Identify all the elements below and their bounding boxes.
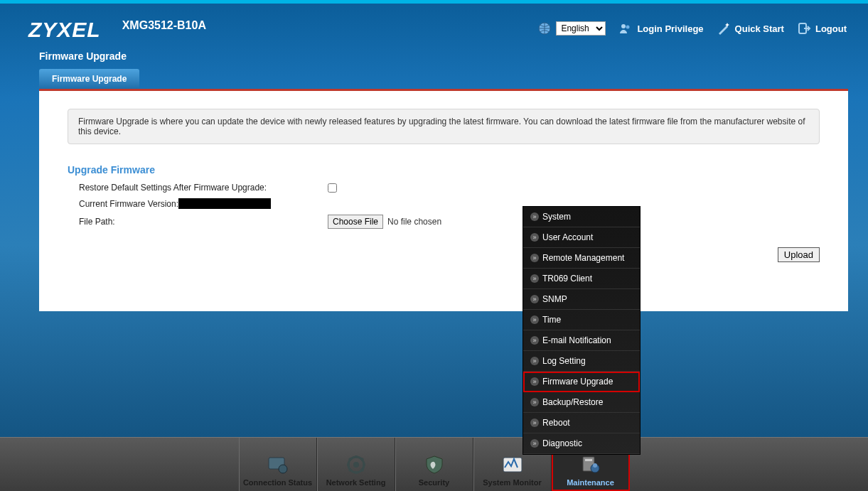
nav-label: Network Setting [326, 478, 386, 487]
nav-label: Maintenance [567, 478, 614, 487]
restore-defaults-label: Restore Default Settings After Firmware … [79, 183, 328, 193]
tab-firmware-upgrade[interactable]: Firmware Upgrade [39, 69, 139, 89]
globe-icon [537, 21, 552, 36]
maintenance-flyout: »System»User Account»Remote Management»T… [523, 206, 641, 455]
chevron-right-icon: » [530, 377, 539, 386]
nav-connection-status[interactable]: Connection Status [239, 438, 317, 491]
users-icon [618, 21, 633, 36]
logout-icon [797, 21, 811, 36]
flyout-item-label: System [542, 212, 571, 222]
flyout-item-label: Firmware Upgrade [542, 377, 613, 387]
chevron-right-icon: » [530, 357, 539, 365]
nav-label: System Monitor [483, 478, 542, 487]
flyout-item-log-setting[interactable]: »Log Setting [523, 351, 640, 372]
firmware-version-label: Current Firmware Version: [79, 199, 178, 209]
bottom-nav: Connection StatusNetwork SettingSecurity… [0, 437, 868, 491]
flyout-item-backup-restore[interactable]: »Backup/Restore [523, 392, 640, 413]
svg-point-1 [621, 24, 626, 28]
flyout-item-remote-management[interactable]: »Remote Management [523, 248, 640, 269]
restore-defaults-checkbox[interactable] [328, 183, 337, 193]
chevron-right-icon: » [530, 336, 539, 345]
svg-point-2 [626, 26, 630, 29]
choose-file-button[interactable]: Choose File [328, 215, 383, 229]
svg-point-12 [593, 463, 597, 468]
chevron-right-icon: » [530, 212, 539, 221]
flyout-item-e-mail-notification[interactable]: »E-mail Notification [523, 330, 640, 351]
chevron-right-icon: » [530, 274, 539, 283]
flyout-item-label: E-mail Notification [542, 335, 611, 345]
flyout-item-label: User Account [542, 232, 593, 242]
chevron-right-icon: » [530, 233, 539, 242]
flyout-item-label: Backup/Restore [542, 397, 603, 407]
section-title: Upgrade Firmware [68, 164, 820, 176]
flyout-item-label: Diagnostic [542, 438, 582, 448]
file-chosen-text: No file chosen [387, 217, 441, 227]
system-monitor-icon [500, 454, 525, 475]
flyout-item-system[interactable]: »System [523, 207, 640, 227]
chevron-right-icon: » [530, 439, 539, 448]
flyout-item-tr069-client[interactable]: »TR069 Client [523, 269, 640, 289]
flyout-item-label: TR069 Client [542, 274, 592, 284]
flyout-item-label: Log Setting [542, 356, 586, 366]
page-title: Firmware Upgrade [39, 50, 868, 62]
logout-link[interactable]: Logout [797, 21, 847, 36]
language-picker[interactable]: English [537, 21, 606, 36]
connection-status-icon [266, 454, 290, 475]
flyout-item-user-account[interactable]: »User Account [523, 227, 640, 248]
flyout-item-snmp[interactable]: »SNMP [523, 289, 640, 310]
chevron-right-icon: » [530, 315, 539, 324]
flyout-item-label: Time [542, 315, 561, 325]
upload-button[interactable]: Upload [778, 247, 820, 262]
flyout-item-reboot[interactable]: »Reboot [523, 413, 640, 433]
nav-security[interactable]: Security [395, 438, 473, 491]
quick-start-label: Quick Start [735, 23, 784, 34]
file-path-label: File Path: [79, 217, 328, 227]
firmware-version-value [178, 198, 271, 209]
flyout-item-label: Remote Management [542, 253, 624, 263]
info-box: Firmware Upgrade is where you can update… [68, 109, 820, 144]
svg-point-7 [353, 462, 359, 468]
flyout-item-label: SNMP [542, 294, 567, 304]
flyout-item-label: Reboot [542, 418, 570, 428]
svg-rect-10 [585, 459, 592, 461]
nav-label: Connection Status [243, 478, 312, 487]
login-privilege-label: Login Privilege [637, 23, 703, 34]
chevron-right-icon: » [530, 254, 539, 262]
chevron-right-icon: » [530, 398, 539, 406]
nav-label: Security [419, 478, 449, 487]
content-panel: Firmware Upgrade is where you can update… [39, 91, 848, 311]
chevron-right-icon: » [530, 295, 539, 303]
maintenance-icon [579, 454, 603, 475]
chevron-right-icon: » [530, 419, 539, 427]
brand-logo: ZYXEL [28, 18, 101, 42]
flyout-item-firmware-upgrade[interactable]: »Firmware Upgrade [523, 372, 640, 392]
network-setting-icon [344, 454, 368, 475]
model-label: XMG3512-B10A [122, 19, 206, 32]
flyout-item-diagnostic[interactable]: »Diagnostic [523, 433, 640, 454]
nav-network-setting[interactable]: Network Setting [317, 438, 395, 491]
security-icon [422, 454, 446, 475]
logout-label: Logout [815, 23, 847, 34]
wand-icon [717, 21, 731, 36]
svg-point-5 [279, 465, 287, 473]
flyout-item-time[interactable]: »Time [523, 310, 640, 330]
quick-start-link[interactable]: Quick Start [717, 21, 784, 36]
login-privilege-link[interactable]: Login Privilege [618, 21, 703, 36]
language-select[interactable]: English [556, 21, 606, 36]
